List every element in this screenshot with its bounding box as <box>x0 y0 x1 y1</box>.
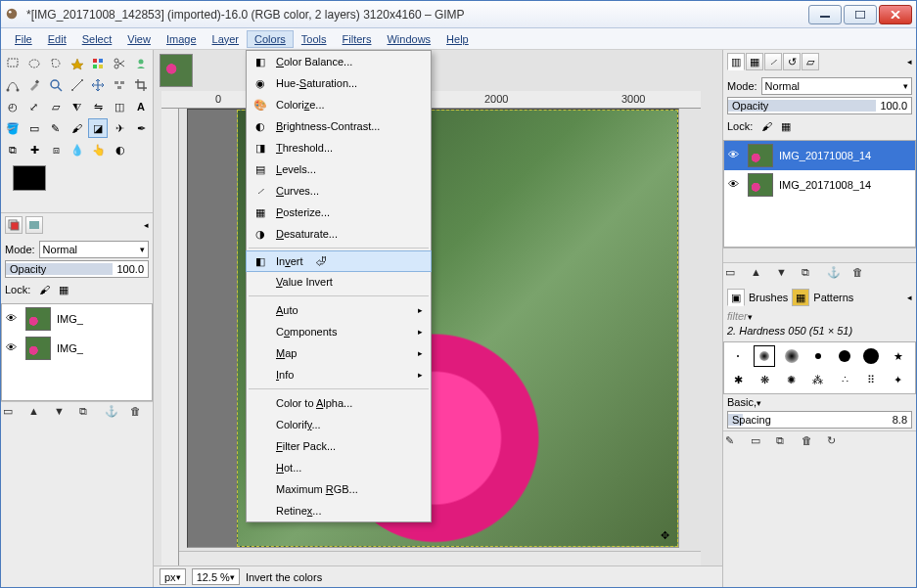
brush-preset-select[interactable]: Basic,▾ <box>727 396 912 408</box>
tool-foreground-select[interactable] <box>131 54 151 73</box>
new-brush-icon[interactable]: ▭ <box>751 434 768 452</box>
brush-grid[interactable]: ★ ✱ ❋ ✺ ⁂ ∴ ⠿ ✦ <box>723 341 916 394</box>
menu-view[interactable]: View <box>119 30 159 48</box>
tool-ink[interactable]: ✒ <box>131 118 151 138</box>
menu-info[interactable]: Info <box>247 364 431 385</box>
menu-hot[interactable]: Hot... <box>247 457 431 478</box>
brush-item[interactable]: ✦ <box>889 370 908 389</box>
tool-ellipse-select[interactable] <box>24 54 44 73</box>
new-layer-icon[interactable]: ▭ <box>3 405 21 423</box>
brushes-tab[interactable]: ▣ <box>727 289 745 306</box>
tool-dodge-burn[interactable]: ◐ <box>111 140 130 159</box>
tool-smudge[interactable]: 👆 <box>89 140 109 159</box>
edit-brush-icon[interactable]: ✎ <box>725 434 743 452</box>
menu-filter-pack[interactable]: Filter Pack... <box>247 435 431 457</box>
unit-select[interactable]: px ▾ <box>160 568 186 585</box>
lock-alpha-icon[interactable]: ▦ <box>776 116 796 136</box>
tool-zoom[interactable] <box>46 75 66 95</box>
tool-scale[interactable]: ⤢ <box>24 97 44 116</box>
brush-item[interactable]: ⁂ <box>808 370 828 389</box>
histogram-tab-icon[interactable]: ▱ <box>802 53 819 70</box>
eye-icon[interactable]: 👁 <box>728 178 742 192</box>
brush-item[interactable]: ★ <box>889 346 908 366</box>
brush-filter-input[interactable]: filter▾ <box>727 310 912 322</box>
new-layer-icon[interactable]: ▭ <box>725 266 743 284</box>
eye-icon[interactable]: 👁 <box>728 149 742 162</box>
anchor-layer-icon[interactable]: ⚓ <box>105 405 122 423</box>
fg-color-swatch[interactable] <box>13 165 46 191</box>
raise-layer-icon[interactable]: ▲ <box>28 405 46 423</box>
lock-alpha-icon[interactable]: ▦ <box>54 280 73 299</box>
menu-color-balance[interactable]: ◧CColor Balance...olor Balance... <box>247 51 431 72</box>
menu-tools[interactable]: Tools <box>294 30 335 48</box>
channels-tab-icon[interactable]: ▦ <box>746 53 763 70</box>
tool-perspective-clone[interactable]: ⧇ <box>46 140 66 159</box>
layer-row[interactable]: 👁 IMG_20171008_14 <box>724 141 915 170</box>
brush-item[interactable] <box>861 346 881 366</box>
tool-clone[interactable]: ⧉ <box>3 140 23 159</box>
refresh-brushes-icon[interactable]: ↻ <box>827 434 845 452</box>
menu-windows[interactable]: Windows <box>379 30 438 48</box>
zoom-select[interactable]: 12.5 % ▾ <box>192 568 240 585</box>
tool-shear[interactable]: ▱ <box>46 97 66 116</box>
menu-help[interactable]: Help <box>438 30 477 48</box>
left-layer-list[interactable]: 👁 IMG_ 👁 IMG_ <box>1 303 153 401</box>
brush-item[interactable] <box>782 346 802 366</box>
menu-colors[interactable]: Colors <box>247 30 294 48</box>
horizontal-scrollbar[interactable] <box>179 551 701 565</box>
patterns-tab[interactable]: ▦ <box>792 289 809 306</box>
lower-layer-icon[interactable]: ▼ <box>776 266 794 284</box>
menu-image[interactable]: Image <box>159 30 205 48</box>
delete-layer-icon[interactable]: 🗑 <box>852 266 870 284</box>
anchor-layer-icon[interactable]: ⚓ <box>827 266 845 284</box>
tool-cage[interactable]: ◫ <box>110 97 129 116</box>
menu-layer[interactable]: Layer <box>205 30 248 48</box>
menu-curves[interactable]: ⟋Curves... <box>247 180 431 202</box>
brush-item[interactable]: ✱ <box>728 370 748 389</box>
brush-item[interactable]: ❋ <box>755 370 774 389</box>
layers-tab-icon[interactable]: ▥ <box>727 53 745 70</box>
menu-threshold[interactable]: ◨Threshold... <box>247 137 431 158</box>
close-button[interactable] <box>879 5 912 24</box>
tool-airbrush[interactable]: ✈ <box>110 118 129 138</box>
tool-rect-select[interactable] <box>3 54 23 73</box>
tool-text[interactable]: A <box>131 97 151 116</box>
brush-item[interactable] <box>728 346 748 366</box>
tool-paths[interactable] <box>3 75 23 95</box>
tool-paintbrush[interactable]: 🖌 <box>68 118 87 138</box>
tool-pencil[interactable]: ✎ <box>46 118 66 138</box>
menu-map[interactable]: Map <box>247 342 431 364</box>
channels-tab-icon[interactable] <box>25 216 43 234</box>
tool-heal[interactable]: ✚ <box>24 140 44 159</box>
eye-icon[interactable]: 👁 <box>6 312 20 326</box>
menu-brightness-contrast[interactable]: ◐Brightness-Contrast... <box>247 115 431 137</box>
spacing-slider[interactable]: Spacing 8.8 <box>727 411 912 429</box>
right-layer-list[interactable]: 👁 IMG_20171008_14 👁 IMG_20171008_14 <box>723 140 916 248</box>
opacity-slider[interactable]: Opacity 100.0 <box>5 260 149 278</box>
tool-scissors[interactable] <box>110 54 129 73</box>
duplicate-layer-icon[interactable]: ⧉ <box>79 405 97 423</box>
dock-menu-arrow[interactable]: ◂ <box>907 293 912 302</box>
menu-auto[interactable]: Auto <box>247 299 431 321</box>
brush-item[interactable] <box>755 346 774 366</box>
menu-levels[interactable]: ▤Levels... <box>247 158 431 180</box>
tool-color-picker[interactable] <box>24 75 44 95</box>
tool-blend[interactable]: ▭ <box>24 118 44 138</box>
menu-retinex[interactable]: Retinex... <box>247 500 431 521</box>
dock-menu-arrow[interactable]: ◂ <box>907 57 912 67</box>
mode-select[interactable]: Normal▾ <box>39 241 149 258</box>
tool-flip[interactable]: ⇋ <box>88 97 108 116</box>
document-thumb[interactable] <box>160 54 193 87</box>
ruler-vertical[interactable] <box>161 109 179 565</box>
brush-item[interactable] <box>808 346 828 366</box>
menu-components[interactable]: Components <box>247 321 431 342</box>
menu-colorify[interactable]: Colorify... <box>247 414 431 435</box>
menu-maximum-rgb[interactable]: Maximum RGB... <box>247 478 431 500</box>
lock-pixels-icon[interactable]: 🖌 <box>757 116 776 136</box>
menu-colorize[interactable]: 🎨Colorize... <box>247 94 431 115</box>
tool-free-select[interactable] <box>46 54 66 73</box>
delete-brush-icon[interactable]: 🗑 <box>802 434 819 452</box>
brush-item[interactable]: ∴ <box>835 370 854 389</box>
maximize-button[interactable] <box>844 5 877 24</box>
tool-eraser[interactable]: ◪ <box>88 118 108 138</box>
